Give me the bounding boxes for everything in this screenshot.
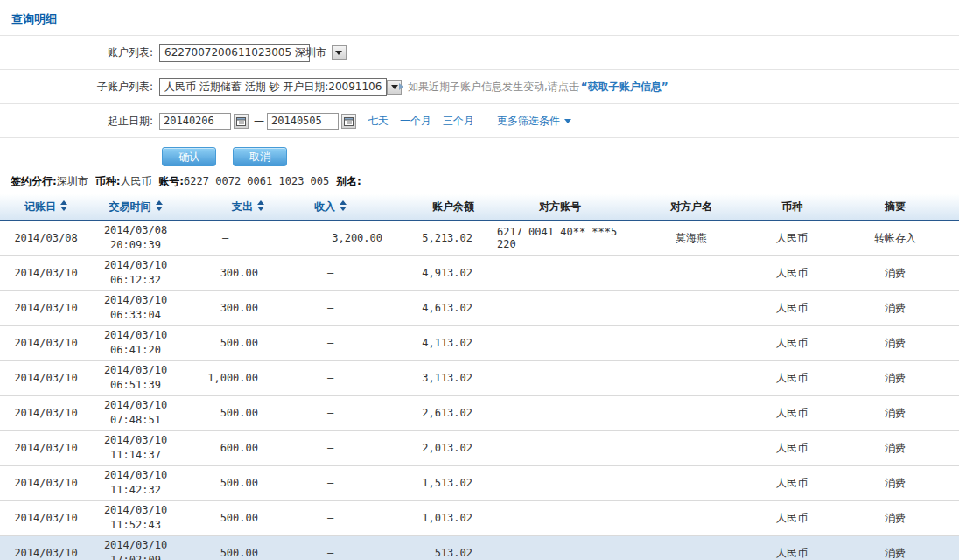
calendar-icon[interactable] xyxy=(234,114,248,129)
transaction-time-cell: 2014/03/1006:33:04 xyxy=(92,290,179,326)
balance-cell: 4,613.02 xyxy=(389,290,490,326)
balance-cell: 2,613.02 xyxy=(389,396,490,430)
currency-cell: 人民币 xyxy=(752,500,831,536)
sort-icon[interactable] xyxy=(156,200,163,211)
expense-cell: 500.00 xyxy=(179,536,271,560)
balance-cell: 5,213.02 xyxy=(389,220,490,256)
divider xyxy=(0,137,959,138)
subaccount-hint: 如果近期子账户信息发生变动,请点击 “获取子账户信息” xyxy=(399,80,668,94)
date-from-input[interactable] xyxy=(159,113,231,130)
summary-cell: 消费 xyxy=(831,430,959,466)
confirm-button[interactable]: 确认 xyxy=(162,147,216,166)
expense-cell: 600.00 xyxy=(179,430,271,466)
summary-cell: 消费 xyxy=(831,536,959,560)
currency-value: 人民币 xyxy=(120,175,151,187)
quick-range-7days[interactable]: 七天 xyxy=(368,114,388,129)
table-row: 2014/03/08 2014/03/0820:09:39 – 3,200.00… xyxy=(0,220,959,256)
expense-cell: 300.00 xyxy=(179,256,271,290)
column-header-label: 账户余额 xyxy=(432,200,474,213)
transaction-time-cell: 2014/03/1017:02:09 xyxy=(92,536,179,560)
income-cell: – xyxy=(271,396,389,430)
calendar-icon[interactable] xyxy=(341,114,356,129)
action-buttons: 确认 取消 xyxy=(0,147,959,166)
table-row: 2014/03/10 2014/03/1006:51:39 1,000.00 –… xyxy=(0,360,959,396)
counterparty-account-cell xyxy=(490,536,630,560)
date-to-input[interactable] xyxy=(267,113,339,130)
table-row: 2014/03/10 2014/03/1006:33:04 300.00 – 4… xyxy=(0,290,959,326)
account-number-value: 6227 0072 0061 1023 005 xyxy=(184,175,329,187)
counterparty-account-cell xyxy=(490,326,630,360)
table-row: 2014/03/10 2014/03/1011:52:43 500.00 – 1… xyxy=(0,500,959,536)
dropdown-arrow-icon[interactable] xyxy=(332,46,346,60)
sort-icon[interactable] xyxy=(60,200,67,211)
hint-text: 如果近期子账户信息发生变动,请点击 xyxy=(408,80,579,94)
counterparty-account-cell xyxy=(490,500,630,536)
counterparty-account-cell xyxy=(490,290,630,326)
column-header[interactable]: 支出 xyxy=(179,194,271,220)
summary-cell: 消费 xyxy=(831,326,959,360)
column-header[interactable]: 交易时间 xyxy=(92,194,179,220)
subaccount-filter-row: 子账户列表: 人民币 活期储蓄 活期 钞 开户日期:20091106 如果近期子… xyxy=(0,70,959,103)
counterparty-name-cell xyxy=(630,326,752,360)
record-date-cell: 2014/03/10 xyxy=(0,466,92,500)
income-cell: – xyxy=(271,500,389,536)
income-cell: – xyxy=(271,536,389,560)
date-range-label: 起止日期: xyxy=(0,114,153,129)
balance-cell: 4,913.02 xyxy=(389,256,490,290)
summary-cell: 消费 xyxy=(831,500,959,536)
quick-range-1month[interactable]: 一个月 xyxy=(400,114,431,129)
column-header[interactable]: 记账日 xyxy=(0,194,92,220)
balance-cell: 4,113.02 xyxy=(389,326,490,360)
cancel-button[interactable]: 取消 xyxy=(233,147,287,166)
balance-cell: 3,113.02 xyxy=(389,360,490,396)
table-row: 2014/03/10 2014/03/1006:41:20 500.00 – 4… xyxy=(0,326,959,360)
subaccount-select[interactable]: 人民币 活期储蓄 活期 钞 开户日期:20091106 xyxy=(159,78,387,96)
income-cell: – xyxy=(271,360,389,396)
column-header-label: 交易时间 xyxy=(109,200,151,213)
record-date-cell: 2014/03/10 xyxy=(0,290,92,326)
column-header: 摘要 xyxy=(831,194,959,220)
counterparty-account-cell xyxy=(490,360,630,396)
subaccount-list-label: 子账户列表: xyxy=(0,80,153,94)
column-header: 对方账号 xyxy=(490,194,630,220)
summary-cell: 消费 xyxy=(831,256,959,290)
table-header-row: 记账日 交易时间 支出 收入 账户余额 对方账号 对方户名 币种 摘要 xyxy=(0,194,959,220)
counterparty-account-cell: 6217 0041 40** ***5 220 xyxy=(490,220,630,256)
hint-arrow-icon xyxy=(399,83,403,90)
currency-cell: 人民币 xyxy=(752,466,831,500)
transaction-time-cell: 2014/03/1011:14:37 xyxy=(92,430,179,466)
more-filters-link[interactable]: 更多筛选条件 xyxy=(497,114,571,129)
refresh-subaccount-link[interactable]: “获取子账户信息” xyxy=(581,80,668,94)
currency-cell: 人民币 xyxy=(752,536,831,560)
record-date-cell: 2014/03/10 xyxy=(0,430,92,466)
column-header-label: 对方户名 xyxy=(670,200,712,213)
expense-cell: 500.00 xyxy=(179,396,271,430)
sort-icon[interactable] xyxy=(257,200,264,211)
summary-cell: 消费 xyxy=(831,396,959,430)
quick-range-3months[interactable]: 三个月 xyxy=(443,114,474,129)
column-header: 对方户名 xyxy=(630,194,752,220)
column-header-label: 支出 xyxy=(232,200,253,213)
counterparty-account-cell xyxy=(490,396,630,430)
record-date-cell: 2014/03/10 xyxy=(0,360,92,396)
sort-icon[interactable] xyxy=(340,200,346,211)
currency-cell: 人民币 xyxy=(752,256,831,290)
table-row: 2014/03/10 2014/03/1011:42:32 500.00 – 1… xyxy=(0,466,959,500)
record-date-cell: 2014/03/10 xyxy=(0,326,92,360)
column-header[interactable]: 收入 xyxy=(271,194,389,220)
income-cell: – xyxy=(271,430,389,466)
column-header-label: 记账日 xyxy=(24,200,56,213)
account-select[interactable]: 6227007200611023005 深圳市 xyxy=(159,44,310,62)
column-header-label: 对方账号 xyxy=(539,200,581,213)
table-row: 2014/03/10 2014/03/1017:02:09 500.00 – 5… xyxy=(0,536,959,560)
expense-cell: 500.00 xyxy=(179,466,271,500)
currency-label: 币种: xyxy=(95,175,121,187)
currency-cell: 人民币 xyxy=(752,326,831,360)
income-cell: – xyxy=(271,326,389,360)
page-title: 查询明细 xyxy=(0,0,959,35)
column-header-label: 收入 xyxy=(314,200,335,213)
counterparty-name-cell xyxy=(630,290,752,326)
record-date-cell: 2014/03/10 xyxy=(0,396,92,430)
summary-cell: 消费 xyxy=(831,290,959,326)
expense-cell: 500.00 xyxy=(179,326,271,360)
